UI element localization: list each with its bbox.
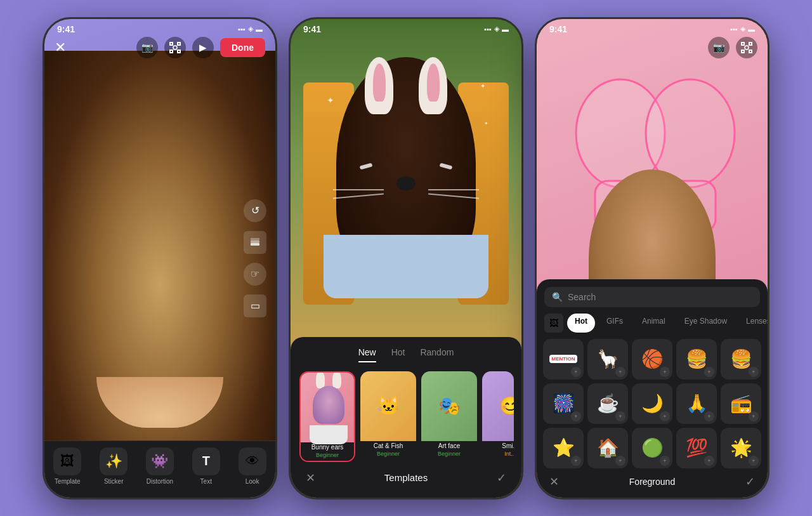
whisker-right-2 (428, 189, 479, 190)
fire-icon: 🎆 (553, 393, 575, 414)
phone3-topbar: 📷 (537, 37, 768, 58)
smi-card-name: Smi... (482, 441, 514, 451)
template-tabs: New Hot Random (291, 347, 521, 362)
tab-hot[interactable]: Hot (391, 347, 405, 362)
camera-button[interactable]: 📷 (136, 37, 158, 58)
svg-rect-10 (742, 50, 744, 53)
filter-tab-lenses[interactable]: Lenses (738, 314, 768, 333)
filter-star[interactable]: ⭐ + (543, 428, 584, 468)
svg-rect-8 (742, 43, 744, 45)
filter-tab-animal[interactable]: Animal (634, 314, 673, 333)
filter-check-btn[interactable]: ✓ (745, 475, 755, 489)
filter-icon-btn[interactable]: 🖼 (544, 314, 563, 333)
filter-burger1[interactable]: 🍔 + (676, 339, 717, 380)
filter-badge-8: + (660, 411, 670, 421)
person2-shirt (324, 235, 488, 298)
burger2-icon: 🍔 (730, 348, 752, 369)
template-tool[interactable]: 🖼 Template (53, 447, 81, 485)
template-close-btn[interactable]: ✕ (306, 471, 315, 485)
face-detect-button[interactable] (164, 37, 186, 58)
filter-tab-gifs[interactable]: GIFs (599, 314, 631, 333)
done-button[interactable]: Done (220, 38, 265, 57)
filter-badge-12: + (615, 456, 625, 466)
phone-3: 9:41 ▪▪▪ ◈ ▬ 📷 (535, 17, 769, 499)
cat-card-name: Cat & Fish (360, 441, 416, 451)
right-toolbar: ↺ ☞ ▭ (244, 199, 266, 317)
filter-tab-hot[interactable]: Hot (567, 314, 595, 333)
svg-rect-0 (170, 43, 173, 45)
template-footer: ✕ Templates ✓ (291, 462, 521, 487)
tab-random[interactable]: Random (420, 347, 454, 362)
hundred-icon: 💯 (686, 437, 708, 458)
art-card-level: Beginner (421, 451, 477, 460)
refresh-button[interactable]: ↺ (244, 199, 266, 222)
text-button[interactable]: ▭ (244, 294, 266, 317)
face-detect-btn-3[interactable] (736, 37, 757, 58)
sparkle-1: ✦ (327, 95, 334, 105)
search-icon: 🔍 (552, 292, 563, 302)
filter-bottom: ✕ Foreground ✓ (537, 468, 768, 490)
svg-rect-9 (749, 43, 752, 45)
template-grid: Bunny ears Beginner 🐱 Cat & Fish Beginne… (291, 371, 521, 462)
layers-icon (249, 236, 261, 249)
play-button[interactable]: ▶ (192, 37, 214, 58)
bunny-body (310, 425, 348, 444)
person2-container: ✦ ✦ ✦ (320, 44, 492, 273)
filter-green[interactable]: 🟢 + (632, 428, 672, 468)
filter-basketball[interactable]: 🏀 + (632, 339, 672, 380)
filter-badge-9: + (704, 411, 714, 421)
svg-rect-6 (251, 243, 259, 246)
filter-badge-5: + (749, 367, 759, 377)
template-card-cat[interactable]: 🐱 Cat & Fish Beginner (360, 371, 416, 462)
filter-llama[interactable]: 🦙 + (587, 339, 628, 380)
svg-rect-1 (178, 43, 180, 45)
cat-icon: 🐱 (377, 395, 400, 416)
tab-new[interactable]: New (358, 347, 376, 362)
filter-coffee[interactable]: ☕ + (587, 383, 628, 424)
text-tool[interactable]: T Text (192, 447, 220, 485)
camera-btn-3[interactable]: 📷 (708, 37, 730, 58)
filter-moon[interactable]: 🌙 + (632, 383, 672, 424)
bunny-ear-right (419, 57, 447, 114)
filter-tab-eyeshadow[interactable]: Eye Shadow (677, 314, 735, 333)
filter-house[interactable]: 🏠 + (587, 428, 628, 468)
filter-mention[interactable]: MENTION + (543, 339, 584, 380)
search-bar[interactable]: 🔍 Search (544, 287, 760, 307)
filter-badge-6: + (571, 411, 581, 421)
template-check-btn[interactable]: ✓ (497, 471, 506, 485)
filter-burger2[interactable]: 🍔 + (721, 339, 761, 380)
filter-fire[interactable]: 🎆 + (543, 383, 584, 424)
text-label: Text (200, 478, 212, 485)
filter-close-btn[interactable]: ✕ (549, 475, 559, 489)
template-card-art[interactable]: 🎭 Art face Beginner (421, 371, 477, 462)
filter-100[interactable]: 💯 + (676, 428, 717, 468)
template-card-smi[interactable]: 😊 Smi... Int... (482, 371, 514, 462)
interact-button[interactable]: ☞ (244, 263, 266, 286)
house-icon: 🏠 (597, 437, 619, 458)
face-detect-icon (169, 42, 181, 53)
pray-icon: 🙏 (686, 393, 708, 414)
smi-card-img: 😊 (482, 371, 514, 441)
filter-radio[interactable]: 📻 + (721, 383, 761, 424)
filter-extra[interactable]: 🌟 + (721, 428, 761, 468)
status-time-2: 9:41 (303, 24, 321, 34)
template-card-bunny[interactable]: Bunny ears Beginner (299, 371, 355, 462)
filter-pray[interactable]: 🙏 + (676, 383, 717, 424)
filter-badge-2: + (615, 367, 625, 377)
close-button[interactable]: ✕ (55, 39, 66, 56)
green-icon: 🟢 (641, 437, 664, 458)
phone-2: ✦ ✦ ✦ 9:41 ▪▪▪ ◈ ▬ New Hot Random (289, 17, 523, 499)
filter-footer-label: Foreground (559, 477, 745, 487)
dog-nose (396, 176, 416, 190)
filter-badge-1: + (571, 367, 581, 377)
filter-tabs: 🖼 Hot GIFs Animal Eye Shadow Lenses (537, 314, 768, 333)
bunny-card-img (301, 373, 355, 442)
layers-button[interactable] (244, 231, 266, 254)
phone1-topbar: ✕ 📷 ▶ Done (44, 37, 275, 58)
distortion-tool[interactable]: 👾 Distortion (146, 447, 174, 485)
radio-icon: 📻 (730, 393, 752, 414)
distortion-icon: 👾 (146, 447, 174, 475)
sticker-tool[interactable]: ✨ Sticker (100, 447, 128, 485)
status-icons-2: ▪▪▪ ◈ ▬ (484, 25, 509, 33)
look-tool[interactable]: 👁 Look (239, 447, 266, 485)
